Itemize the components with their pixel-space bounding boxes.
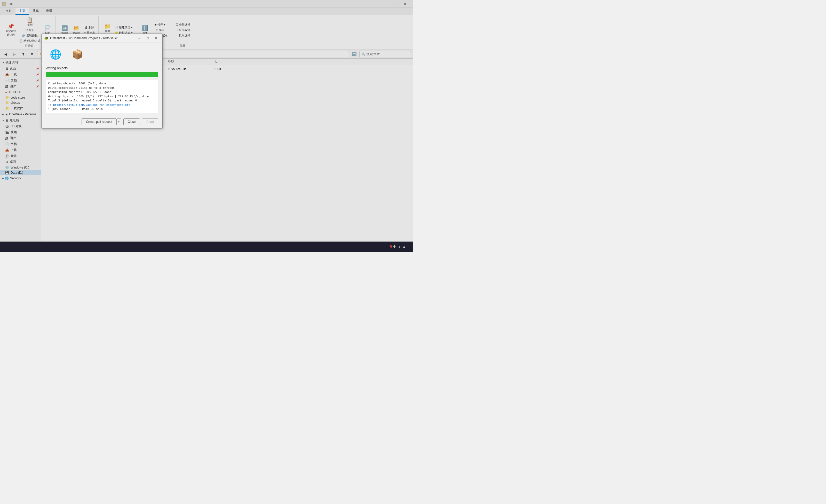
repo-link[interactable]: https://github.com/Jackson-Yan-coder/tes…	[53, 103, 130, 107]
output-line-2: Compressing objects: 100% (2/2), done.	[48, 90, 156, 94]
output-line-0: Counting objects: 100% (3/3), done.	[48, 81, 156, 86]
settings-icon: ⚙	[402, 245, 406, 249]
dialog-icon-row: 🌐 📦	[46, 47, 158, 62]
taskbar-settings[interactable]: ⚙	[402, 245, 406, 249]
taskbar-network[interactable]: ●	[398, 245, 400, 249]
dialog-titlebar: 🐢 D:\test\test - Git Command Progress - …	[42, 34, 162, 43]
close-dialog-button[interactable]: Close	[123, 118, 140, 125]
output-line-7	[48, 112, 156, 114]
output-line-3: Writing objects: 100% (3/3), 297 bytes |…	[48, 94, 156, 99]
dialog-minimize-button[interactable]: ─	[135, 36, 143, 41]
taskbar-grid[interactable]: ⊞	[408, 245, 410, 249]
output-line-5: To https://github.com/Jackson-Yan-coder/…	[48, 103, 156, 107]
progress-label: Writing objects	[46, 66, 158, 70]
taskbar-sougou[interactable]: S 中	[390, 244, 396, 249]
network-status-icon: ●	[398, 245, 400, 249]
output-line-1: Delta compression using up to 8 threads	[48, 86, 156, 90]
dialog-body: 🌐 📦 Writing objects Counting objects: 10…	[42, 43, 162, 116]
taskbar: S 中 ● ⚙ ⊞	[0, 242, 413, 252]
abort-button[interactable]: Abort	[142, 118, 158, 125]
dialog-controls: ─ □ ✕	[135, 36, 160, 41]
dialog-footer: Create pull request ▾ Close Abort	[42, 116, 162, 128]
output-line-4: Total 3 (delta 0), reused 0 (delta 0), p…	[48, 99, 156, 103]
create-pr-group: Create pull request ▾	[81, 118, 121, 125]
dialog-maximize-button[interactable]: □	[144, 36, 152, 41]
globe-icon: 🌐	[50, 49, 61, 60]
package-icon: 📦	[72, 49, 83, 60]
dialog-title: D:\test\test - Git Command Progress - To…	[50, 37, 117, 40]
create-pr-button[interactable]: Create pull request	[81, 118, 116, 125]
sougou-ime-label: 中	[393, 245, 396, 249]
sougou-icon: S	[390, 244, 392, 249]
grid-icon: ⊞	[408, 245, 410, 249]
git-progress-dialog: 🐢 D:\test\test - Git Command Progress - …	[41, 34, 163, 129]
progress-bar-container	[46, 72, 158, 77]
progress-bar-fill	[46, 72, 158, 77]
output-area[interactable]: Counting objects: 100% (3/3), done. Delt…	[46, 80, 158, 113]
output-line-6: * [new branch] main -> main	[48, 107, 156, 112]
create-pr-dropdown[interactable]: ▾	[117, 118, 121, 125]
dialog-close-button[interactable]: ✕	[152, 36, 160, 41]
dialog-title-left: 🐢 D:\test\test - Git Command Progress - …	[44, 36, 117, 40]
dialog-overlay: 🐢 D:\test\test - Git Command Progress - …	[0, 0, 413, 252]
tortoisegit-icon: 🐢	[44, 36, 49, 40]
